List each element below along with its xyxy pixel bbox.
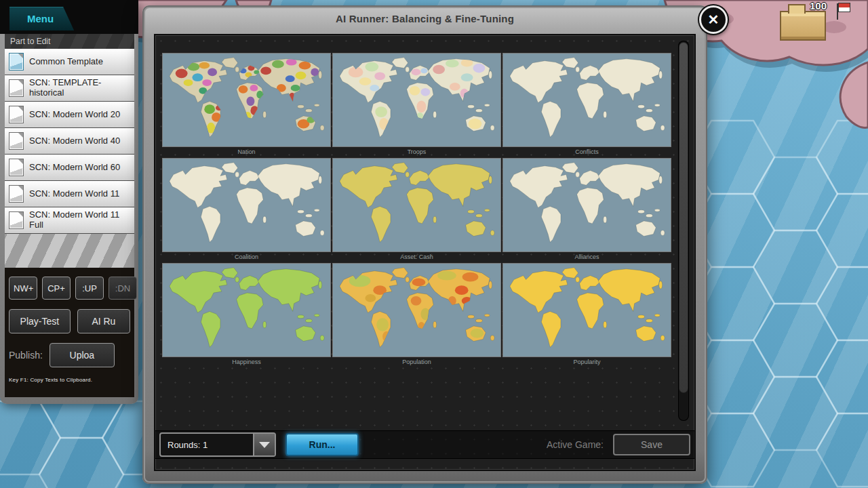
document-icon xyxy=(9,132,24,150)
play-test-button[interactable]: Play-Test xyxy=(9,309,71,333)
run-button[interactable]: Run... xyxy=(285,433,359,456)
map-image xyxy=(162,263,331,357)
map-caption: Alliances xyxy=(502,252,671,262)
chevron-down-icon xyxy=(259,442,270,448)
list-item-scn-modern-world-60[interactable]: SCN: Modern World 60 xyxy=(5,155,134,181)
map-caption: Conflicts xyxy=(502,147,671,157)
editor-sidebar: Menu Part to Edit Common Template SCN: T… xyxy=(0,0,138,404)
list-item-scn-modern-world-11[interactable]: SCN: Modern World 11 xyxy=(5,181,134,207)
edit-button-row: NW+ CP+ :UP :DN xyxy=(9,277,130,300)
list-item-scn-modern-world-11-full[interactable]: SCN: Modern World 11 Full xyxy=(5,207,134,234)
list-spacer xyxy=(5,234,134,268)
rounds-dropdown[interactable]: Rounds: 1 xyxy=(159,432,276,457)
list-item-label: Common Template xyxy=(29,57,103,67)
map-thumbnail-troops[interactable]: Troops xyxy=(332,53,501,157)
list-item-scn-modern-world-20[interactable]: SCN: Modern World 20 xyxy=(5,102,134,128)
tab-strip: Menu xyxy=(0,0,138,34)
map-image xyxy=(502,158,671,252)
save-button[interactable]: Save xyxy=(613,434,690,455)
test-button-row: Play-Test AI Ru xyxy=(9,309,130,333)
active-game-label: Active Game: xyxy=(547,439,604,450)
ai-runner-button[interactable]: AI Ru xyxy=(77,309,130,333)
list-item-label: SCN: Modern World 40 xyxy=(29,136,120,146)
map-caption: Happiness xyxy=(162,357,331,367)
sidebar-controls: NW+ CP+ :UP :DN Play-Test AI Ru Publish:… xyxy=(5,268,134,397)
dialog-title: AI Runner: Balancing & Fine-Tuning xyxy=(142,13,707,24)
map-thumbnail-popularity[interactable]: Popularity xyxy=(502,263,671,367)
tab-menu[interactable]: Menu xyxy=(9,7,74,30)
list-item-label: SCN: TEMPLATE-historical xyxy=(29,78,132,98)
list-item-label: SCN: Modern World 20 xyxy=(29,110,120,120)
map-caption: Asset: Cash xyxy=(332,252,501,262)
dialog-footer: Rounds: 1 Run... Active Game: Save xyxy=(155,430,694,459)
map-thumbnail-population[interactable]: Population xyxy=(332,263,501,367)
list-item-label: SCN: Modern World 60 xyxy=(29,163,120,173)
landmass-right-edge xyxy=(840,62,868,127)
copy-button[interactable]: CP+ xyxy=(42,277,71,300)
resource-counter: 100 xyxy=(773,0,868,47)
map-image xyxy=(502,53,671,147)
game-screen: 100 Menu Part to Edit Common Template SC… xyxy=(0,0,868,488)
list-item-label: SCN: Modern World 11 xyxy=(29,189,119,199)
new-button[interactable]: NW+ xyxy=(9,277,37,300)
map-image xyxy=(162,53,331,147)
map-image xyxy=(332,263,501,357)
map-image xyxy=(332,53,501,147)
section-label: Part to Edit xyxy=(5,34,134,49)
list-item-label: SCN: Modern World 11 Full xyxy=(29,210,132,230)
template-list: Common Template SCN: TEMPLATE-historical… xyxy=(5,49,134,234)
scrollbar-thumb[interactable] xyxy=(679,42,688,393)
upload-button[interactable]: Uploa xyxy=(50,343,115,367)
map-caption: Popularity xyxy=(502,357,671,367)
map-thumbnail-conflicts[interactable]: Conflicts xyxy=(502,53,671,157)
document-icon xyxy=(9,185,24,203)
map-thumbnail-nation[interactable]: Nation xyxy=(162,53,331,157)
part-to-edit-panel: Part to Edit Common Template SCN: TEMPLA… xyxy=(5,34,134,397)
document-icon xyxy=(9,211,24,229)
map-caption: Population xyxy=(332,357,501,367)
map-thumbnail-coalition[interactable]: Coalition xyxy=(162,158,331,262)
map-grid: Nation Troops Conflicts xyxy=(162,53,671,367)
map-image xyxy=(162,158,331,252)
move-up-button[interactable]: :UP xyxy=(75,277,104,300)
document-icon xyxy=(9,159,24,176)
close-button[interactable]: ✕ xyxy=(699,5,728,34)
move-down-button[interactable]: :DN xyxy=(108,277,137,300)
map-thumbnail-alliances[interactable]: Alliances xyxy=(502,158,671,262)
document-icon xyxy=(9,79,24,97)
map-caption: Nation xyxy=(162,147,331,157)
menu-tab-label: Menu xyxy=(27,13,54,24)
publish-row: Publish: Uploa xyxy=(9,343,130,367)
ai-runner-dialog: AI Runner: Balancing & Fine-Tuning ✕ Nat… xyxy=(142,5,707,484)
scrollbar-track xyxy=(678,41,689,421)
rounds-value: Rounds: 1 xyxy=(161,440,253,450)
castle-icon xyxy=(780,11,826,41)
hotkey-hint: Key F1: Copy Texts to Clipboard. xyxy=(9,377,130,383)
list-item-common-template[interactable]: Common Template xyxy=(5,49,134,75)
list-item-scn-template-historical[interactable]: SCN: TEMPLATE-historical xyxy=(5,75,134,102)
dropdown-button[interactable] xyxy=(253,434,275,455)
list-item-scn-modern-world-40[interactable]: SCN: Modern World 40 xyxy=(5,128,134,155)
close-icon: ✕ xyxy=(708,12,719,27)
map-caption: Coalition xyxy=(162,252,331,262)
map-caption: Troops xyxy=(332,147,501,157)
resource-count: 100 xyxy=(810,0,827,12)
dialog-content: Nation Troops Conflicts xyxy=(154,34,696,471)
publish-label: Publish: xyxy=(9,350,43,361)
map-image xyxy=(332,158,501,252)
map-thumbnail-happiness[interactable]: Happiness xyxy=(162,263,331,367)
map-image xyxy=(502,263,671,357)
document-icon xyxy=(9,53,24,70)
map-thumbnail-asset-cash[interactable]: Asset: Cash xyxy=(332,158,501,262)
flag-icon xyxy=(838,3,850,12)
document-icon xyxy=(9,106,24,123)
